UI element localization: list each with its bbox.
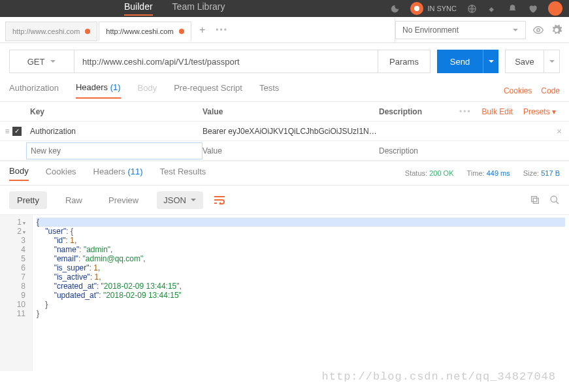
add-tab-button[interactable]: + <box>193 24 212 36</box>
url-input[interactable] <box>74 50 378 73</box>
chevron-down-icon <box>50 58 56 65</box>
save-dropdown[interactable] <box>544 50 560 73</box>
response-tab-cookies[interactable]: Cookies <box>46 167 76 180</box>
request-line: GET Params Send Save <box>0 43 569 80</box>
pretty-button[interactable]: Pretty <box>9 191 47 209</box>
environment-label: No Environment <box>402 25 459 35</box>
cookies-link[interactable]: Cookies <box>504 86 532 95</box>
col-value: Value <box>203 107 379 116</box>
svg-rect-2 <box>533 198 538 203</box>
save-button[interactable]: Save <box>505 50 544 73</box>
request-right-links: Cookies Code <box>504 86 560 95</box>
tab-builder[interactable]: Builder <box>124 1 153 16</box>
response-tab-tests[interactable]: Test Results <box>160 167 206 180</box>
moon-icon[interactable] <box>390 4 400 14</box>
heart-icon[interactable] <box>528 4 538 14</box>
svg-rect-3 <box>532 197 537 202</box>
chevron-down-icon <box>549 58 555 65</box>
header-row[interactable]: ≡ ✓ Authorization Bearer eyJ0eXAiOiJKV1Q… <box>0 122 569 141</box>
send-button[interactable]: Send <box>437 50 483 73</box>
format-select[interactable]: JSON <box>157 191 203 209</box>
time-value: 449 ms <box>487 169 510 177</box>
headers-table: Key Value Description ••• Bulk Edit Pres… <box>0 102 569 161</box>
new-value-input[interactable] <box>203 146 379 155</box>
bell-icon[interactable] <box>508 4 517 14</box>
method-label: GET <box>27 57 45 67</box>
header-value[interactable]: Bearer eyJ0eXAiOiJKV1QiLCJhbGciOiJSUzI1N… <box>203 127 379 136</box>
request-tabs: http://www.ceshi.com http://www.ceshi.co… <box>0 17 232 42</box>
new-description-input[interactable] <box>379 146 549 155</box>
globe-icon[interactable] <box>467 4 477 14</box>
col-description: Description <box>379 107 458 116</box>
status-value: 200 OK <box>429 169 453 177</box>
search-icon[interactable] <box>549 195 560 205</box>
unsaved-dot-icon <box>179 29 184 34</box>
raw-button[interactable]: Raw <box>57 191 90 209</box>
chevron-down-icon <box>190 197 197 203</box>
eye-icon[interactable] <box>532 24 544 36</box>
response-body: 1 2 3 4 5 6 7 8 9 10 11 { "user": { "id"… <box>0 214 569 371</box>
preview-button[interactable]: Preview <box>101 191 146 209</box>
request-tab-bar: http://www.ceshi.com http://www.ceshi.co… <box>0 17 569 43</box>
tab-headers-label: Headers <box>76 82 108 92</box>
presets-dropdown[interactable]: Presets ▾ <box>523 107 556 116</box>
workspace-tabs: Builder Team Library <box>124 1 225 16</box>
method-select[interactable]: GET <box>9 50 74 73</box>
sync-label: IN SYNC <box>427 5 457 12</box>
bulk-edit-link[interactable]: Bulk Edit <box>482 107 513 116</box>
tab-tests[interactable]: Tests <box>259 83 279 98</box>
tab-headers[interactable]: Headers (1) <box>76 82 121 99</box>
wrap-lines-icon[interactable] <box>214 195 225 204</box>
topbar: Builder Team Library IN SYNC <box>0 0 569 17</box>
response-tab-headers[interactable]: Headers (11) <box>93 167 143 180</box>
chevron-down-icon <box>512 27 519 33</box>
header-row-new[interactable] <box>0 141 569 161</box>
size-value: 517 B <box>541 169 560 177</box>
new-key-input[interactable] <box>31 146 198 155</box>
code-link[interactable]: Code <box>541 86 560 95</box>
copy-icon[interactable] <box>530 195 540 205</box>
line-numbers: 1 2 3 4 5 6 7 8 9 10 11 <box>0 215 33 371</box>
header-checkbox[interactable]: ✓ <box>12 127 22 136</box>
header-key[interactable]: Authorization <box>26 127 203 136</box>
tab-authorization[interactable]: Authorization <box>9 83 59 98</box>
unsaved-dot-icon <box>85 29 90 34</box>
tab-overflow-button[interactable]: ••• <box>212 25 232 35</box>
request-tab-label: http://www.ceshi.com <box>12 27 80 35</box>
gear-icon[interactable] <box>551 24 562 36</box>
header-options-button[interactable]: ••• <box>459 107 472 116</box>
drag-handle-icon[interactable]: ≡ <box>5 127 9 136</box>
tab-team-library[interactable]: Team Library <box>172 1 225 16</box>
col-key: Key <box>26 107 203 116</box>
json-source[interactable]: { "user": { "id": 1, "name": "admin", "e… <box>33 215 569 371</box>
request-subtabs: Authorization Headers (1) Body Pre-reque… <box>0 80 569 102</box>
headers-table-head: Key Value Description ••• Bulk Edit Pres… <box>0 102 569 122</box>
response-toolbar: Pretty Raw Preview JSON <box>0 186 569 214</box>
request-tab-label: http://www.ceshi.com <box>106 27 173 35</box>
response-meta: Status: 200 OK Time: 449 ms Size: 517 B <box>405 169 560 177</box>
chevron-down-icon <box>488 58 495 65</box>
environment-select[interactable]: No Environment <box>395 21 526 39</box>
sync-status: IN SYNC <box>410 2 457 15</box>
request-tab-1[interactable]: http://www.ceshi.com <box>99 22 191 41</box>
watermark: http://blog.csdn.net/qq_34827048 <box>322 370 556 383</box>
topbar-right: IN SYNC <box>390 1 562 16</box>
satellite-icon[interactable] <box>487 4 497 14</box>
svg-point-1 <box>537 28 540 31</box>
delete-header-button[interactable]: × <box>549 126 569 137</box>
svg-point-4 <box>551 196 557 202</box>
headers-count: (1) <box>110 82 121 92</box>
environment-panel: No Environment <box>395 17 569 42</box>
tab-body[interactable]: Body <box>138 83 157 98</box>
sync-icon <box>410 2 423 15</box>
avatar[interactable] <box>548 1 562 16</box>
tab-prerequest[interactable]: Pre-request Script <box>174 83 242 98</box>
response-tabs: Body Cookies Headers (11) Test Results S… <box>0 161 569 186</box>
send-dropdown[interactable] <box>483 50 498 73</box>
response-tab-body[interactable]: Body <box>9 166 29 181</box>
params-button[interactable]: Params <box>378 50 431 73</box>
request-tab-0[interactable]: http://www.ceshi.com <box>5 22 97 41</box>
